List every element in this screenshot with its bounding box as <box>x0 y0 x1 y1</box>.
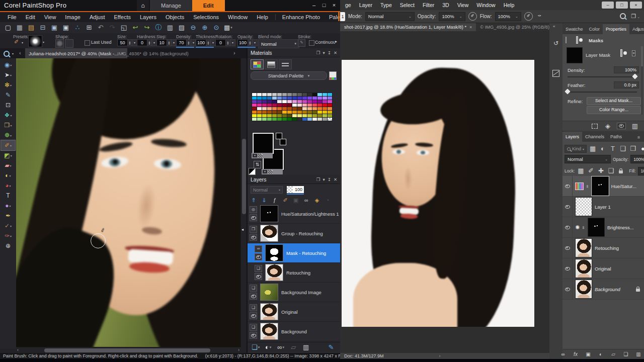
copy-special-flyout-arrow[interactable]: ▾ <box>230 26 232 30</box>
layer-opacity-slider-bar[interactable] <box>287 194 304 195</box>
swatch-1-0[interactable] <box>252 97 257 100</box>
swatch-0-14[interactable] <box>323 93 327 96</box>
minimize-icon[interactable]: – <box>309 0 319 11</box>
swatch-1-14[interactable] <box>323 97 327 100</box>
swatch-7-2[interactable] <box>262 118 267 121</box>
layer-thumbnail[interactable] <box>260 225 278 242</box>
workspace-tab-edit[interactable]: Edit <box>192 0 225 11</box>
edit-selection-icon[interactable]: ✎ <box>327 342 335 352</box>
swatch-0-11[interactable] <box>307 93 312 96</box>
tab-scroll-left-icon[interactable]: ‹ <box>19 50 21 56</box>
workspace-switcher-icon[interactable]: ❐ ⌄ <box>631 13 640 20</box>
swatch-7-15[interactable] <box>328 118 332 121</box>
minimize-icon[interactable]: – <box>602 2 614 9</box>
layer-blend-mode-select[interactable]: Normal ▾ <box>251 186 283 194</box>
swatch-5-1[interactable] <box>257 111 262 114</box>
layer-visibility-toggle[interactable] <box>562 258 573 279</box>
swatch-0-13[interactable] <box>317 93 322 96</box>
panel-tab-adjustm[interactable]: Adjustm <box>629 24 644 34</box>
brush-tip-dropdown-arrow[interactable]: ▾ <box>43 40 44 44</box>
visibility-fx-icon[interactable]: ƒ <box>271 195 279 205</box>
psp-menu-selections[interactable]: Selections <box>189 14 223 20</box>
foreground-material-chip[interactable] <box>253 133 274 154</box>
workspace-tab-manage[interactable]: Manage <box>150 0 192 11</box>
scroll-left-icon[interactable]: ‹ <box>17 347 19 352</box>
panel-tab-swatche[interactable]: Swatche <box>562 24 586 34</box>
magic-wand-tool[interactable]: ✻▾ <box>1 80 15 90</box>
psp-menu-help[interactable]: Help <box>252 14 273 20</box>
ps-menu-window[interactable]: Window <box>472 2 499 8</box>
copy-special-icon[interactable]: ▩▾ <box>224 23 232 33</box>
swatch-2-7[interactable] <box>287 100 292 103</box>
reset-black-white-icon[interactable] <box>249 168 256 175</box>
shape-swatch-2[interactable] <box>65 39 73 48</box>
panel-tab-properties[interactable]: Properties <box>603 24 629 34</box>
restore-panel-icon[interactable]: ❐ <box>316 50 320 55</box>
pin-icon[interactable]: ↧ <box>328 177 331 182</box>
ps-layer-background[interactable]: Background <box>562 279 644 300</box>
psp-layer-background[interactable]: ❏Background <box>248 322 340 341</box>
swatch-0-0[interactable] <box>252 93 257 96</box>
delete-mask-icon[interactable]: ▥ <box>631 121 639 131</box>
expand-panels-icon[interactable]: « <box>553 24 555 29</box>
swatch-7-1[interactable] <box>257 118 262 121</box>
swatch-1-7[interactable] <box>287 97 292 100</box>
new-adjustment-layer-icon[interactable]: ◐ <box>597 349 605 359</box>
scroll-right-icon[interactable]: › <box>238 347 239 352</box>
swatch-2-3[interactable] <box>267 100 272 103</box>
close-icon[interactable]: × <box>329 0 339 11</box>
swatch-4-13[interactable] <box>317 107 322 110</box>
twain-acquire-icon[interactable]: ⊟ <box>39 23 47 33</box>
psp-menu-objects[interactable]: Objects <box>161 14 189 20</box>
layer-thumbnail[interactable] <box>260 303 278 320</box>
color-changer-tool[interactable]: ◩▾ <box>1 150 15 160</box>
pan-zoom-tool[interactable]: ◉▾ <box>1 60 15 70</box>
swatch-7-7[interactable] <box>287 118 292 121</box>
swatch-2-15[interactable] <box>328 100 332 103</box>
swatch-0-5[interactable] <box>277 93 282 96</box>
swatch-5-2[interactable] <box>262 111 267 114</box>
thickness-input[interactable]: 100▴▾▾ <box>196 39 216 46</box>
maximize-icon[interactable]: □ <box>319 0 329 11</box>
swatch-7-0[interactable] <box>252 118 257 121</box>
layer-thumbnail[interactable] <box>575 280 592 299</box>
layer-style-icon[interactable]: fx <box>572 349 580 359</box>
density-slider-thumb[interactable] <box>632 73 637 79</box>
swatch-7-8[interactable] <box>292 118 297 121</box>
save-icon[interactable]: ▣ <box>50 23 58 33</box>
swatch-3-6[interactable] <box>282 104 287 107</box>
swatch-1-4[interactable] <box>272 97 277 100</box>
chevron-down-icon[interactable]: ▾ <box>323 177 325 182</box>
swatch-5-14[interactable] <box>323 111 327 114</box>
layer-visibility-toggle[interactable] <box>255 273 262 280</box>
palette-float-icon[interactable]: ▨ <box>178 23 186 33</box>
background-color-mini-chip[interactable] <box>280 139 286 145</box>
add-layer-mask-icon[interactable]: ▣ <box>584 349 592 359</box>
zoom-actual-icon[interactable]: ⊙ <box>212 23 220 33</box>
swatch-1-3[interactable] <box>267 97 272 100</box>
swatch-0-1[interactable] <box>257 93 262 96</box>
swatch-4-12[interactable] <box>312 107 317 110</box>
color-changer-tool-flyout-arrow[interactable]: ▾ <box>11 154 12 157</box>
hardness-input[interactable]: 0▴▾▾ <box>137 39 157 46</box>
swatch-3-13[interactable] <box>317 104 322 107</box>
rotation-slider-arrow[interactable]: ▾ <box>230 39 235 46</box>
swatch-3-7[interactable] <box>287 104 292 107</box>
layer-thumbnail[interactable] <box>260 284 278 301</box>
ps-menu-layer[interactable]: Layer <box>355 2 376 8</box>
magic-wand-tool-flyout-arrow[interactable]: ▾ <box>10 83 12 87</box>
lock-artboard-icon[interactable]: ❑ <box>607 166 615 176</box>
opacity-spinner[interactable]: ▴▾ <box>248 39 253 46</box>
panel-scrollbar[interactable] <box>641 46 643 115</box>
new-layer-icon[interactable]: ❏▾ <box>252 342 260 352</box>
pixel-mask-icon[interactable] <box>621 50 622 56</box>
close-icon[interactable]: ✕ <box>334 50 337 55</box>
swatch-0-6[interactable] <box>282 93 287 96</box>
layer-visibility-toggle[interactable] <box>562 217 573 237</box>
swatch-2-2[interactable] <box>262 100 267 103</box>
swatch-4-15[interactable] <box>328 107 332 110</box>
masks-color-icon[interactable] <box>566 37 567 43</box>
swatch-7-12[interactable] <box>312 118 317 121</box>
swatch-6-12[interactable] <box>312 114 317 117</box>
layer-visibility-toggle[interactable] <box>250 293 257 300</box>
